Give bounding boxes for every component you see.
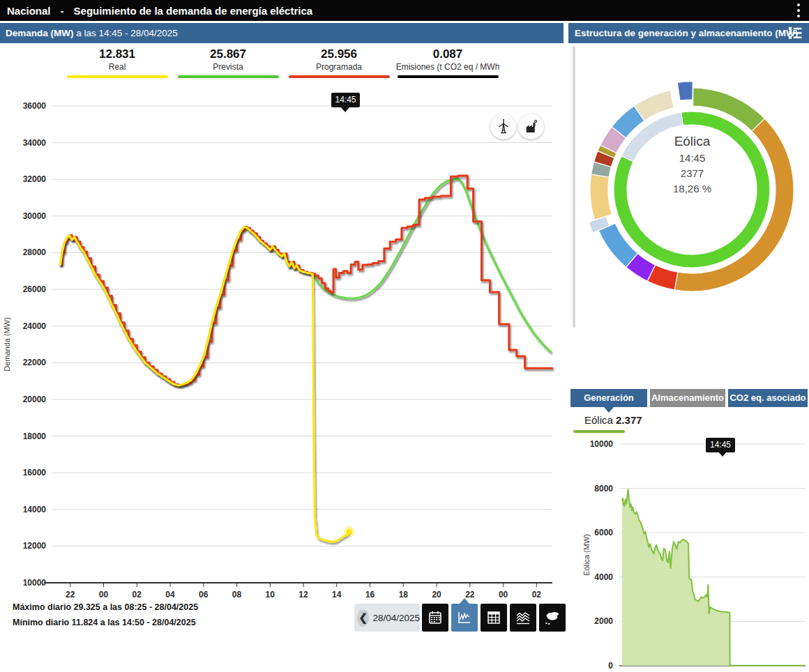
svg-text:00: 00 — [499, 590, 508, 600]
demand-panel-header: Demanda (MW) a las 14:45 - 28/04/2025 — [0, 23, 564, 43]
svg-text:28000: 28000 — [23, 247, 47, 257]
donut-selected-value: 2377 — [638, 166, 746, 181]
table-view-button[interactable] — [481, 604, 507, 632]
previous-day-button[interactable]: ❮ — [357, 609, 369, 627]
table-icon — [485, 609, 502, 626]
svg-text:02: 02 — [133, 590, 142, 600]
stat-real-label: Real — [61, 61, 173, 73]
svg-text:30000: 30000 — [23, 211, 47, 221]
stacked-chart-view-button[interactable] — [510, 604, 536, 632]
generation-panel-header: Estructura de generación y almacenamient… — [568, 23, 809, 43]
svg-text:4000: 4000 — [594, 572, 613, 582]
svg-text:6000: 6000 — [594, 528, 613, 537]
stat-real: 12.831 Real — [61, 47, 173, 78]
time-tooltip: 14:45 — [331, 93, 360, 107]
stat-programada-value: 25.956 — [283, 47, 395, 61]
stat-prevista: 25.867 Prevista — [172, 47, 284, 78]
date-label: 28/04/2025 — [372, 613, 420, 623]
svg-text:18: 18 — [399, 590, 409, 600]
donut-center-labels: Eólica 14:45 2377 18,26 % — [638, 132, 746, 197]
region-label: Nacional — [7, 5, 51, 17]
emissions-button[interactable] — [518, 114, 544, 139]
svg-text:04: 04 — [165, 590, 175, 600]
stat-emisiones-value: 0.087 — [388, 47, 507, 61]
map-view-button[interactable] — [539, 604, 566, 632]
date-picker[interactable]: ❮ 28/04/2025 — [354, 604, 420, 632]
svg-text:24000: 24000 — [23, 321, 47, 331]
svg-text:10000: 10000 — [23, 578, 47, 588]
generation-header-title: Estructura de generación y almacenamient… — [575, 28, 798, 38]
svg-text:12000: 12000 — [23, 541, 47, 551]
svg-text:20000: 20000 — [23, 395, 47, 404]
factory-icon — [522, 118, 540, 136]
calendar-icon — [427, 609, 444, 626]
time-tooltip-arrow — [341, 107, 349, 112]
svg-text:16000: 16000 — [23, 468, 47, 478]
svg-text:20: 20 — [432, 590, 441, 600]
stat-programada: 25.956 Programada — [283, 47, 395, 78]
wind-time-tooltip: 14:45 — [706, 438, 735, 452]
svg-text:08: 08 — [232, 590, 242, 600]
svg-text:2000: 2000 — [594, 616, 613, 626]
svg-text:22: 22 — [66, 590, 75, 600]
page-title: Seguimiento de la demanda de energía elé… — [74, 5, 313, 17]
stat-emisiones-label: Emisiones (t CO2 eq / MWh — [388, 61, 507, 73]
svg-text:Demanda (MW): Demanda (MW) — [3, 317, 11, 372]
svg-text:10000: 10000 — [590, 439, 614, 449]
tab-co2[interactable]: CO2 eq. asociado — [728, 389, 808, 407]
app-window: Nacional - Seguimiento de la demanda de … — [0, 0, 809, 672]
stat-emisiones-underline — [398, 75, 499, 78]
stat-real-underline — [67, 75, 168, 78]
svg-text:26000: 26000 — [23, 284, 47, 294]
svg-text:32000: 32000 — [23, 174, 47, 184]
svg-text:02: 02 — [532, 590, 542, 600]
demand-header-subtitle: a las 14:45 - 28/04/2025 — [74, 28, 178, 38]
generation-structure-donut[interactable] — [568, 49, 809, 349]
wind-generation-chart[interactable]: 0200040006000800010000Eólica (MW) — [568, 418, 809, 672]
donut-selected-name: Eólica — [638, 132, 746, 151]
donut-selected-percent: 18,26 % — [638, 181, 746, 197]
wind-time-tooltip-arrow — [718, 452, 727, 457]
svg-text:14000: 14000 — [23, 505, 47, 514]
svg-text:36000: 36000 — [23, 101, 47, 111]
svg-text:18000: 18000 — [23, 432, 47, 441]
stat-real-value: 12.831 — [61, 47, 173, 61]
stat-programada-label: Programada — [283, 61, 395, 73]
svg-text:0: 0 — [608, 661, 613, 671]
stat-programada-underline — [289, 75, 390, 78]
stat-prevista-label: Prevista — [172, 61, 284, 73]
active-tab-caret — [604, 407, 614, 413]
wind-generation-button[interactable] — [490, 114, 516, 139]
svg-text:00: 00 — [99, 590, 109, 600]
svg-text:06: 06 — [199, 590, 209, 600]
tab-almacenamiento[interactable]: Almacenamiento — [650, 389, 725, 407]
svg-text:16: 16 — [365, 590, 375, 600]
stat-prevista-value: 25.867 — [172, 47, 284, 61]
title-bar: Nacional - Seguimiento de la demanda de … — [0, 0, 809, 21]
kebab-menu-icon[interactable] — [794, 3, 803, 17]
calendar-button[interactable] — [422, 604, 448, 632]
daily-max-label: Máximo diario 29.325 a las 08:25 - 28/04… — [13, 602, 198, 612]
spain-map-icon — [543, 609, 561, 627]
selected-tool-caret — [460, 598, 469, 604]
line-chart-icon — [456, 609, 473, 626]
line-chart-view-button[interactable] — [451, 604, 478, 632]
stacked-waves-icon — [515, 609, 531, 626]
demand-chart[interactable]: 1000012000140001600018000200002200024000… — [0, 84, 564, 602]
tab-generacion[interactable]: Generación — [570, 389, 647, 407]
svg-text:22000: 22000 — [23, 358, 47, 367]
svg-text:12: 12 — [298, 590, 308, 600]
svg-text:14: 14 — [332, 590, 342, 600]
demand-header-title: Demanda (MW) — [6, 28, 74, 38]
svg-text:34000: 34000 — [23, 138, 47, 148]
svg-text:8000: 8000 — [594, 484, 613, 494]
stat-emisiones: 0.087 Emisiones (t CO2 eq / MWh — [388, 47, 507, 78]
donut-selected-time: 14:45 — [638, 151, 746, 166]
svg-text:10: 10 — [266, 590, 275, 600]
wind-turbine-icon — [494, 118, 513, 136]
svg-text:Eólica (MW): Eólica (MW) — [582, 534, 591, 576]
title-separator: - — [61, 5, 64, 17]
daily-min-label: Mínimo diario 11.824 a las 14:50 - 28/04… — [13, 618, 196, 627]
stat-prevista-underline — [178, 75, 279, 78]
legend-list-icon[interactable] — [787, 26, 803, 40]
